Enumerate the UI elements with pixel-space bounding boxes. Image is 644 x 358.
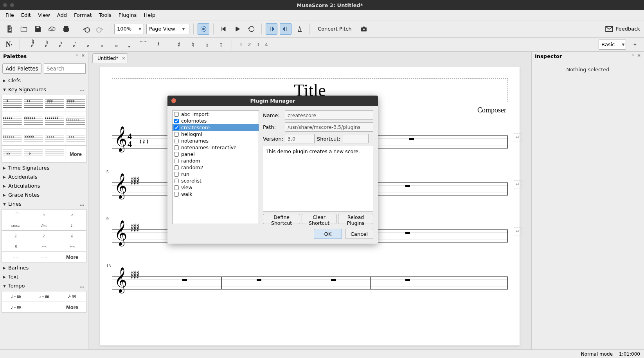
plugin-checkbox[interactable] [174, 159, 179, 163]
menu-format[interactable]: Format [71, 11, 95, 19]
lines-item[interactable]: 8 [2, 241, 30, 251]
lines-item[interactable]: cresc. [2, 220, 30, 230]
view-mode-combo[interactable]: Page View▼ [146, 24, 189, 34]
32nd-note-icon[interactable]: 𝅘𝅥𝅰 [40, 40, 50, 50]
tempo-item[interactable]: ♩ = 80 [2, 291, 30, 302]
plugin-list-item[interactable]: notenames-interactive [173, 144, 259, 151]
plugin-list-item[interactable]: createscore [173, 124, 259, 131]
save-icon[interactable] [32, 23, 44, 35]
plugin-path-field[interactable] [285, 122, 373, 132]
lines-item[interactable]: 2. [30, 231, 58, 241]
voice-4[interactable]: 4 [263, 41, 270, 48]
keysig-item[interactable]: ♭♭♭♭ [44, 129, 65, 145]
keysig-item[interactable]: ♯♯♯♯♯♯ [23, 112, 44, 128]
plugin-list-item[interactable]: view [173, 184, 259, 191]
add-workspace-icon[interactable]: + [630, 40, 640, 50]
sharp-icon[interactable]: ♯ [174, 40, 184, 50]
keysig-item[interactable]: ♭♭ [2, 146, 23, 162]
loop-out-icon[interactable] [280, 23, 291, 35]
system-break-icon[interactable]: ↵ [514, 227, 522, 235]
note-input-mode-icon[interactable]: N▾ [4, 40, 14, 50]
plugin-list-item[interactable]: colornotes [173, 118, 259, 124]
play-icon[interactable] [232, 23, 243, 35]
close-tab-icon[interactable]: × [122, 56, 125, 61]
rest-icon[interactable]: 𝄽 [152, 40, 162, 50]
plugin-list[interactable]: abc_importcolornotescreatescorehelloqmln… [172, 110, 259, 224]
feedback-button[interactable]: Feedback [605, 26, 640, 32]
loop-in-icon[interactable] [266, 23, 277, 35]
keysig-item[interactable]: ♭ [23, 146, 44, 162]
lines-item[interactable]: > [58, 210, 86, 220]
plugin-name-field[interactable] [285, 110, 373, 120]
plugin-checkbox[interactable] [174, 165, 179, 170]
keysig-item[interactable]: ♯♯ [23, 95, 44, 112]
staff-system[interactable]: 13 𝄞 ♯♯♯♯♯♯ [112, 263, 508, 302]
tempo-more[interactable]: More [58, 302, 86, 312]
new-file-icon[interactable]: + [4, 23, 16, 35]
window-dot[interactable] [3, 3, 7, 7]
half-note-icon[interactable]: 𝅗𝅥 [96, 40, 106, 50]
menu-plugins[interactable]: Plugins [115, 11, 140, 19]
panel-controls[interactable]: ◦ × [631, 53, 642, 58]
lines-item[interactable]: 8 [58, 231, 86, 241]
keysig-item[interactable]: ♯♯♯♯ [65, 95, 86, 112]
plugin-list-item[interactable]: notenames [173, 137, 259, 144]
tempo-item[interactable]: 𝅗𝅥 = 80 [58, 291, 86, 302]
redo-icon[interactable] [94, 23, 106, 35]
panel-controls[interactable]: ◦ × [76, 53, 86, 58]
lines-item[interactable]: 1. [58, 220, 86, 230]
keysig-item[interactable]: ♭♭♭♭♭ [23, 129, 44, 145]
window-dot[interactable] [10, 3, 14, 7]
keysig-item[interactable]: ♯♯♯ [44, 95, 65, 112]
metronome-icon[interactable] [294, 23, 306, 35]
palette-section-grace[interactable]: ▶Grace Notes [0, 190, 88, 199]
palette-section-accidentals[interactable]: ▶Accidentals [0, 172, 88, 181]
rewind-icon[interactable] [218, 23, 229, 35]
plugin-checkbox[interactable] [174, 112, 179, 117]
close-dialog-icon[interactable] [171, 98, 176, 103]
plugin-list-item[interactable]: abc_import [173, 111, 259, 118]
undo-icon[interactable] [80, 23, 92, 35]
tie-icon[interactable]: ⁀ [138, 40, 148, 50]
tempo-item[interactable]: ♩ = 80 [2, 302, 30, 312]
lines-item[interactable]: ⁀ [2, 210, 30, 220]
lines-item[interactable]: 2. [2, 231, 30, 241]
palette-section-tempo[interactable]: ▼Tempo… [0, 281, 88, 290]
plugin-list-item[interactable]: run [173, 171, 259, 177]
ok-button[interactable]: OK [314, 229, 342, 239]
lines-more[interactable]: More [58, 252, 86, 262]
system-break-icon[interactable]: ↵ [514, 180, 522, 188]
plugin-checkbox[interactable] [174, 145, 179, 150]
keysig-item[interactable]: ♭♭♭ [65, 129, 86, 145]
palette-section-barlines[interactable]: ▶Barlines [0, 263, 88, 272]
document-tab[interactable]: Untitled*× [92, 53, 128, 63]
palette-section-timesig[interactable]: ▶Time Signatures [0, 163, 88, 172]
plugin-checkbox[interactable] [174, 132, 179, 137]
keysig-item[interactable]: ♭♭♭♭♭♭♭ [65, 112, 86, 128]
cloud-icon[interactable] [46, 23, 58, 35]
plugin-checkbox[interactable] [174, 139, 179, 143]
plugin-list-item[interactable]: helloqml [173, 131, 259, 137]
define-shortcut-button[interactable]: Define Shortcut [263, 214, 300, 224]
add-palettes-button[interactable]: Add Palettes [2, 63, 41, 74]
dot-icon[interactable]: . [124, 40, 134, 50]
flat-icon[interactable]: ♭ [202, 40, 212, 50]
keysig-more[interactable]: More [65, 146, 86, 162]
concert-pitch-button[interactable]: Concert Pitch [314, 26, 356, 32]
open-folder-icon[interactable] [18, 23, 30, 35]
menu-add[interactable]: Add [54, 11, 70, 19]
plugin-list-item[interactable]: random [173, 157, 259, 164]
palette-section-lines[interactable]: ▼Lines… [0, 199, 88, 208]
reload-plugins-button[interactable]: Reload Plugins [338, 214, 373, 224]
palette-search-input[interactable] [44, 63, 86, 74]
system-break-icon[interactable]: ↵ [514, 133, 522, 141]
menu-view[interactable]: View [35, 11, 53, 19]
voice-3[interactable]: 3 [255, 41, 262, 48]
menu-edit[interactable]: Edit [18, 11, 34, 19]
palette-section-articulations[interactable]: ▶Articulations [0, 181, 88, 190]
plugin-checkbox[interactable] [174, 192, 179, 197]
palette-section-clefs[interactable]: ▶Clefs [0, 76, 88, 85]
64th-note-icon[interactable]: 𝅘𝅥𝅱 [25, 40, 36, 50]
lines-item[interactable]: ⌐¬ [30, 252, 58, 262]
plugin-list-item[interactable]: panel [173, 151, 259, 157]
